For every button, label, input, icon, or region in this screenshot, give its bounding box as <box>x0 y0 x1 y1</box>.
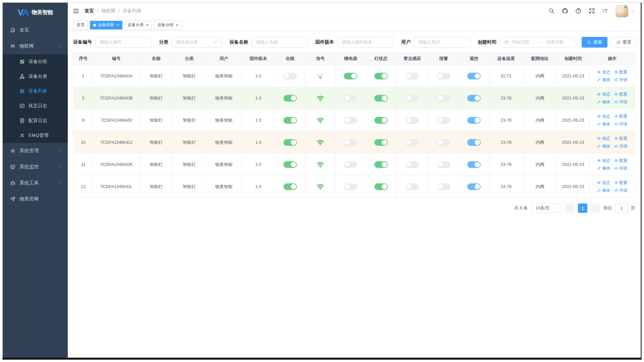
remote-toggle[interactable] <box>467 183 481 190</box>
search-icon[interactable] <box>548 8 555 14</box>
created-daterange[interactable]: 开始日期-结束日期 <box>500 37 574 48</box>
upgrade-action[interactable]: 升级 <box>614 77 627 83</box>
avatar[interactable] <box>615 5 628 17</box>
radar-toggle[interactable] <box>406 117 419 124</box>
next-page-button[interactable] <box>591 203 600 213</box>
online-toggle[interactable] <box>283 161 297 168</box>
relay-toggle[interactable] <box>344 183 357 190</box>
upgrade-action[interactable]: 升级 <box>614 188 627 193</box>
edit-action[interactable]: 修改 <box>597 166 610 171</box>
light-toggle[interactable] <box>374 73 388 79</box>
sidebar-item-system-manage[interactable]: 系统管理 <box>3 143 68 159</box>
radar-toggle[interactable] <box>406 73 419 79</box>
remote-toggle[interactable] <box>467 117 481 124</box>
user-menu[interactable] <box>615 5 635 17</box>
config-action[interactable]: 配置 <box>614 69 627 75</box>
relay-toggle[interactable] <box>344 117 357 124</box>
status-action[interactable]: 状态 <box>597 180 610 186</box>
breadcrumb-item[interactable]: 物联网 <box>101 8 115 14</box>
close-icon[interactable]: × <box>176 23 178 27</box>
relay-toggle[interactable] <box>344 73 357 79</box>
category-select[interactable]: 请选择分类 <box>172 37 222 48</box>
remote-toggle[interactable] <box>467 139 481 146</box>
sidebar-item-status-log[interactable]: 状态日志 <box>3 99 68 113</box>
tag-设备列表[interactable]: 设备列表× <box>90 21 122 29</box>
close-icon[interactable]: × <box>116 23 119 27</box>
config-action[interactable]: 配置 <box>614 180 627 186</box>
light-toggle[interactable] <box>374 183 388 190</box>
edit-action[interactable]: 修改 <box>597 77 610 83</box>
sidebar-item-device-group[interactable]: 设备分组 <box>3 54 68 69</box>
sidebar-item-official-site[interactable]: 物美官网 <box>3 191 68 207</box>
device-name-input[interactable]: 请输入名称 <box>252 37 308 48</box>
fullscreen-icon[interactable] <box>589 8 595 14</box>
sidebar-item-system-monitor[interactable]: 系统监控 <box>3 159 68 175</box>
user-input[interactable]: 请输入用户 <box>414 37 470 48</box>
relay-toggle[interactable] <box>344 161 357 168</box>
edit-action[interactable]: 修改 <box>597 143 610 149</box>
remote-toggle[interactable] <box>467 95 481 102</box>
alarm-toggle[interactable] <box>437 73 450 79</box>
radar-toggle[interactable] <box>406 183 419 190</box>
status-action[interactable]: 状态 <box>597 92 610 97</box>
reset-button[interactable]: 重置 <box>611 37 637 48</box>
sidebar-item-config-log[interactable]: 配置日志 <box>3 113 68 128</box>
status-action[interactable]: 状态 <box>597 114 610 119</box>
online-toggle[interactable] <box>283 73 297 79</box>
remote-toggle[interactable] <box>467 161 481 168</box>
relay-toggle[interactable] <box>344 139 357 146</box>
online-toggle[interactable] <box>283 95 297 102</box>
sidebar-toggle-icon[interactable] <box>72 8 79 14</box>
tag-首页[interactable]: 首页 <box>73 21 88 29</box>
light-toggle[interactable] <box>374 117 388 124</box>
radar-toggle[interactable] <box>406 139 419 146</box>
upgrade-action[interactable]: 升级 <box>614 121 627 127</box>
edit-action[interactable]: 修改 <box>597 99 610 105</box>
sidebar-item-device-list[interactable]: 设备列表 <box>3 84 68 99</box>
sidebar-item-device-category[interactable]: 设备分类 <box>3 69 68 84</box>
sidebar-item-emq-manage[interactable]: EMQ管理 <box>3 128 68 143</box>
alarm-toggle[interactable] <box>437 95 450 102</box>
online-toggle[interactable] <box>283 117 297 124</box>
upgrade-action[interactable]: 升级 <box>614 166 627 171</box>
radar-toggle[interactable] <box>406 161 419 168</box>
device-code-input[interactable]: 请输入编号 <box>95 37 152 48</box>
tag-设备分类[interactable]: 设备分类× <box>124 21 152 29</box>
current-page[interactable]: 1 <box>578 203 587 213</box>
sidebar-item-home[interactable]: 首页 <box>3 22 68 38</box>
upgrade-action[interactable]: 升级 <box>614 99 627 105</box>
light-toggle[interactable] <box>374 139 388 146</box>
config-action[interactable]: 配置 <box>614 158 627 164</box>
edit-action[interactable]: 修改 <box>597 188 610 193</box>
page-size-select[interactable]: 10条/页 <box>531 203 562 213</box>
config-action[interactable]: 配置 <box>614 92 627 97</box>
alarm-toggle[interactable] <box>437 161 450 168</box>
sidebar-item-iot[interactable]: 物联网 <box>3 38 68 54</box>
radar-toggle[interactable] <box>406 95 419 102</box>
search-button[interactable]: 搜索 <box>582 37 607 48</box>
status-action[interactable]: 状态 <box>597 69 610 75</box>
goto-page-input[interactable] <box>614 203 629 213</box>
config-action[interactable]: 配置 <box>614 136 627 141</box>
alarm-toggle[interactable] <box>437 139 450 146</box>
sidebar-item-system-tools[interactable]: 系统工具 <box>3 175 68 191</box>
breadcrumb-item[interactable]: 设备列表 <box>123 8 142 14</box>
prev-page-button[interactable] <box>565 203 575 213</box>
question-icon[interactable] <box>575 8 582 14</box>
fontsize-icon[interactable]: TT <box>602 8 608 14</box>
light-toggle[interactable] <box>374 95 388 102</box>
alarm-toggle[interactable] <box>437 183 450 190</box>
edit-action[interactable]: 修改 <box>597 121 610 127</box>
status-action[interactable]: 状态 <box>597 136 610 141</box>
online-toggle[interactable] <box>283 183 297 190</box>
upgrade-action[interactable]: 升级 <box>614 143 627 149</box>
light-toggle[interactable] <box>374 161 388 168</box>
relay-toggle[interactable] <box>344 95 357 102</box>
github-icon[interactable] <box>562 8 568 14</box>
close-icon[interactable]: × <box>146 23 149 27</box>
remote-toggle[interactable] <box>467 73 481 79</box>
alarm-toggle[interactable] <box>437 117 450 124</box>
online-toggle[interactable] <box>283 139 297 146</box>
firmware-input[interactable]: 请输入固件版本 <box>337 37 394 48</box>
app-logo[interactable]: 物美智能 <box>3 3 68 22</box>
